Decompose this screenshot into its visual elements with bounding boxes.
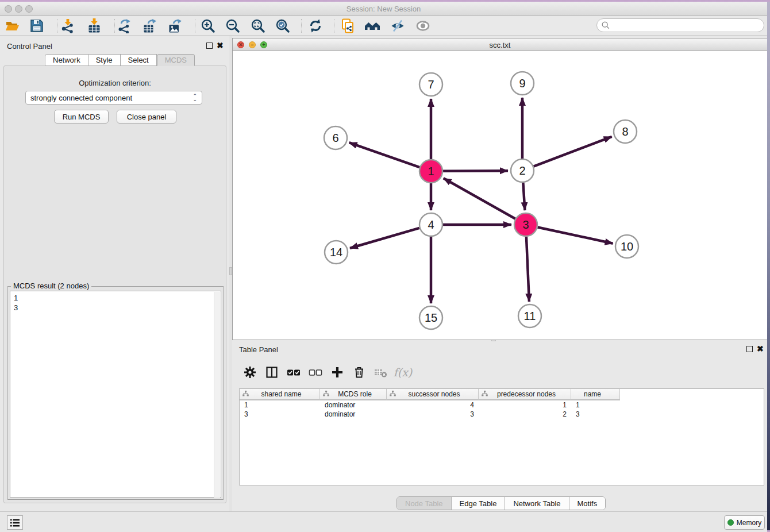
graph-node-label-1: 1	[428, 165, 434, 178]
tab-edge-table[interactable]: Edge Table	[452, 497, 506, 510]
deselect-all-button[interactable]	[305, 366, 326, 379]
column-header-shared-name[interactable]: shared name	[240, 389, 320, 400]
delete-column-button[interactable]	[348, 366, 370, 379]
refresh-button[interactable]	[305, 18, 326, 34]
graph-edge-3-1[interactable]	[444, 178, 515, 218]
criterion-select[interactable]: strongly connected component ⌃⌄	[25, 91, 202, 105]
graph-edge-2-3[interactable]	[523, 183, 525, 210]
graph-node-label-10: 10	[621, 240, 633, 253]
control-panel-float-button[interactable]	[206, 43, 213, 49]
show-all-icon	[415, 18, 430, 33]
table-cell: 3	[571, 410, 620, 419]
tab-mcds[interactable]: MCDS	[157, 54, 195, 66]
export-table-button[interactable]	[140, 18, 160, 34]
search-icon	[601, 21, 610, 30]
tab-node-table[interactable]: Node Table	[397, 497, 452, 510]
zoom-selected-button[interactable]	[272, 18, 293, 34]
node-table[interactable]: shared nameMCDS rolesuccessor nodesprede…	[239, 388, 764, 485]
mcds-result-box[interactable]: 1 3	[10, 291, 221, 498]
table-panel-tabs: Node TableEdge TableNetwork TableMotifs	[396, 496, 606, 510]
tab-network-table[interactable]: Network Table	[505, 497, 569, 510]
zoom-in-button[interactable]	[198, 18, 218, 34]
save-session-icon	[29, 18, 44, 33]
control-panel-close-button[interactable]: ✖	[217, 42, 224, 49]
delete-column-icon	[353, 366, 365, 379]
table-cell: 1	[571, 400, 620, 410]
graph-edge-1-6[interactable]	[349, 142, 420, 167]
close-panel-button[interactable]: Close panel	[117, 110, 176, 124]
column-header-MCDS-role[interactable]: MCDS role	[320, 389, 387, 400]
refresh-icon	[308, 18, 323, 33]
select-all-button[interactable]	[283, 366, 305, 379]
network-window-titlebar[interactable]: ✕ − + scc.txt	[233, 38, 767, 51]
column-header-name[interactable]: name	[571, 389, 620, 400]
graph-edge-3-10[interactable]	[538, 227, 613, 243]
export-image-button[interactable]	[165, 18, 186, 34]
network-canvas[interactable]: 7968124314101511	[233, 51, 767, 340]
show-all-button[interactable]	[413, 18, 433, 34]
result-scrollbar[interactable]	[214, 292, 220, 498]
graph-edge-4-14[interactable]	[350, 228, 419, 248]
tab-motifs[interactable]: Motifs	[569, 497, 606, 510]
memory-status-icon	[727, 519, 734, 526]
function-builder-button: f(x)	[392, 366, 414, 379]
table-cell: 1	[240, 400, 320, 410]
select-stepper-icon: ⌃⌄	[192, 94, 197, 101]
graph-edge-1-2[interactable]	[443, 171, 508, 171]
task-history-button[interactable]	[7, 515, 23, 530]
export-network-button[interactable]	[114, 18, 135, 34]
table-cell: dominator	[320, 400, 387, 410]
control-panel-tabs: NetworkStyleSelectMCDS	[45, 54, 195, 66]
table-panel-float-button[interactable]	[746, 346, 753, 352]
select-all-icon	[287, 366, 301, 379]
mcds-result-title: MCDS result (2 nodes)	[11, 282, 91, 290]
tab-style[interactable]: Style	[88, 54, 121, 66]
add-column-button[interactable]	[326, 366, 348, 379]
import-table-button[interactable]	[84, 18, 105, 34]
settings-gear-button[interactable]	[239, 366, 261, 379]
import-network-button[interactable]	[57, 18, 78, 34]
tab-select[interactable]: Select	[121, 54, 157, 66]
search-box[interactable]	[596, 18, 764, 32]
column-header-predecessor-nodes[interactable]: predecessor nodes	[479, 389, 571, 400]
open-session-icon	[5, 18, 20, 33]
graph-node-label-6: 6	[332, 132, 338, 144]
save-session-button[interactable]	[26, 18, 47, 34]
zoom-fit-button[interactable]	[248, 18, 268, 34]
main-titlebar: Session: New Session	[0, 2, 767, 16]
table-row[interactable]: 3dominator323	[240, 410, 620, 419]
clone-network-button[interactable]	[337, 18, 358, 34]
memory-button[interactable]: Memory	[724, 515, 765, 530]
task-list-icon	[10, 518, 20, 527]
optimization-criterion-label: Optimization criterion:	[3, 79, 226, 87]
network-window-title: scc.txt	[233, 41, 767, 49]
column-header-label: predecessor nodes	[488, 390, 571, 398]
edge-layer	[349, 98, 613, 303]
hide-selected-button[interactable]	[387, 18, 408, 34]
export-image-icon	[168, 18, 183, 33]
import-network-icon	[60, 18, 75, 33]
toolbar-separator	[334, 19, 334, 33]
table-row[interactable]: 1dominator411	[240, 400, 620, 410]
search-input[interactable]	[610, 20, 764, 30]
status-bar	[0, 511, 767, 532]
criterion-select-value: strongly connected component	[30, 94, 132, 102]
application-window: Session: New Session	[0, 2, 767, 532]
table-cell: 1	[479, 400, 571, 410]
table-cell: 3	[387, 410, 479, 419]
mcds-result-group: MCDS result (2 nodes) 1 3	[7, 286, 224, 500]
graph-edge-3-11[interactable]	[526, 237, 529, 302]
table-panel-close-button[interactable]: ✖	[757, 345, 764, 352]
tab-network[interactable]: Network	[45, 54, 88, 66]
run-mcds-button[interactable]: Run MCDS	[54, 110, 109, 124]
table-panel-title: Table Panel	[239, 345, 278, 354]
column-view-button[interactable]	[261, 366, 283, 379]
zoom-out-icon	[225, 18, 240, 33]
zoom-out-button[interactable]	[222, 18, 243, 34]
column-header-successor-nodes[interactable]: successor nodes	[387, 389, 479, 400]
table-header-row: shared nameMCDS rolesuccessor nodesprede…	[240, 389, 620, 400]
graph-node-label-14: 14	[330, 246, 342, 259]
open-session-button[interactable]	[2, 18, 23, 34]
graph-edge-2-8[interactable]	[534, 137, 612, 167]
first-neighbors-button[interactable]	[362, 18, 383, 34]
